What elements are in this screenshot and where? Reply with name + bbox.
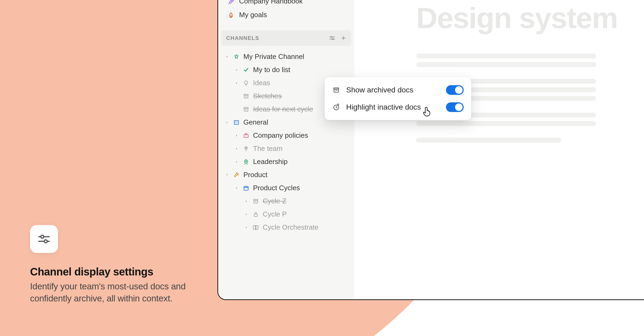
skeleton-line xyxy=(416,121,596,126)
tree-item-label: Company policies xyxy=(253,131,308,140)
tree-item-label: Cycle P xyxy=(263,210,287,218)
add-channel-button[interactable] xyxy=(339,34,347,42)
sidebar-item-label: Company Handbook xyxy=(239,0,303,5)
briefcase-icon xyxy=(242,132,250,139)
popup-label: Highlight inactive docs xyxy=(346,103,440,111)
office-icon xyxy=(233,119,240,126)
chevron-down-icon[interactable] xyxy=(234,186,239,191)
chevron-right-icon[interactable] xyxy=(234,146,239,151)
sidebar: Company Handbook My goals CHANNELS My Pr… xyxy=(218,0,354,299)
tree-item[interactable]: Cycle Z xyxy=(222,195,350,208)
tree-item-label: Cycle Z xyxy=(263,197,286,205)
tree-item-label: My Private Channel xyxy=(243,53,304,61)
popup-row-highlight-inactive[interactable]: Highlight inactive docs xyxy=(331,99,465,116)
tree-item[interactable]: Cycle P xyxy=(222,208,350,221)
caret-spacer xyxy=(234,94,239,99)
chevron-right-icon[interactable] xyxy=(234,68,239,72)
promo-block: Channel display settings Identify your t… xyxy=(30,225,196,304)
archive-icon xyxy=(242,92,250,100)
chevron-right-icon[interactable] xyxy=(244,212,249,217)
microphone-icon xyxy=(227,0,235,5)
sidebar-item-my-goals[interactable]: My goals xyxy=(224,8,349,22)
channel-display-settings-popup: Show archived docs Highlight inactive do… xyxy=(325,77,471,120)
popup-row-show-archived[interactable]: Show archived docs xyxy=(331,81,465,99)
wrench-icon xyxy=(233,171,240,179)
skeleton-line xyxy=(416,62,596,67)
chevron-right-icon[interactable] xyxy=(234,159,239,164)
tree-item-label: Ideas for next cycle xyxy=(253,105,313,113)
calendar-icon xyxy=(242,184,250,192)
tree-item[interactable]: My to do list xyxy=(222,63,350,76)
pin-icon xyxy=(242,145,250,152)
lock-icon xyxy=(252,211,259,218)
page-title: Design system xyxy=(416,1,644,35)
pinned-docs: Company Handbook My goals xyxy=(218,0,354,24)
popup-label: Show archived docs xyxy=(346,86,440,94)
document-content: Design system xyxy=(354,0,644,299)
promo-description: Identify your team's most-used docs and … xyxy=(30,281,196,304)
tree-item[interactable]: My Private Channel xyxy=(222,50,350,63)
chevron-right-icon[interactable] xyxy=(225,120,229,125)
tree-item-label: Sketches xyxy=(253,92,282,100)
clock-sleep-icon xyxy=(332,103,340,111)
tree-item[interactable]: Leadership xyxy=(222,155,350,168)
tree-item[interactable]: Cycle Orchestrate xyxy=(222,221,350,234)
tree-item-label: Cycle Orchestrate xyxy=(263,223,319,232)
archive-icon xyxy=(252,197,259,205)
chevron-right-icon[interactable] xyxy=(244,225,249,230)
promo-title: Channel display settings xyxy=(30,266,196,278)
star-icon xyxy=(233,53,240,61)
skeleton-line xyxy=(416,54,596,58)
caret-spacer xyxy=(234,107,239,112)
tree-item-label: The team xyxy=(253,144,283,153)
channel-tree: My Private ChannelMy to do listIdeasSket… xyxy=(218,47,354,237)
chevron-right-icon[interactable] xyxy=(234,133,239,138)
toggle-highlight-inactive[interactable] xyxy=(446,102,464,112)
rocket-icon xyxy=(242,158,250,166)
archive-icon xyxy=(242,106,250,113)
app-window: Company Handbook My goals CHANNELS My Pr… xyxy=(217,0,644,300)
tree-item-label: Ideas xyxy=(253,79,270,87)
tree-item-label: My to do list xyxy=(253,66,290,74)
sidebar-item-company-handbook[interactable]: Company Handbook xyxy=(224,0,349,8)
tree-item-label: Product xyxy=(243,171,268,179)
tree-item-label: Leadership xyxy=(253,158,288,166)
chevron-right-icon[interactable] xyxy=(244,199,249,204)
chevron-right-icon[interactable] xyxy=(234,81,239,85)
sliders-icon xyxy=(30,225,58,253)
toggle-show-archived[interactable] xyxy=(446,85,464,95)
tree-item-label: General xyxy=(243,118,268,126)
tree-item-label: Product Cycles xyxy=(253,184,300,192)
flame-icon xyxy=(227,11,235,19)
sidebar-item-label: My goals xyxy=(239,11,267,19)
channels-label: CHANNELS xyxy=(226,35,259,41)
bulb-icon xyxy=(242,79,250,87)
book-icon xyxy=(252,224,259,231)
archive-icon xyxy=(332,86,340,94)
channel-settings-button[interactable] xyxy=(328,34,336,42)
chevron-down-icon[interactable] xyxy=(225,173,229,177)
tree-item[interactable]: The team xyxy=(222,142,350,155)
skeleton-line xyxy=(416,138,561,143)
chevron-down-icon[interactable] xyxy=(225,54,229,59)
tree-item[interactable]: Company policies xyxy=(222,129,350,142)
tree-item[interactable]: Product xyxy=(222,168,350,181)
check-icon xyxy=(242,66,250,74)
tree-item[interactable]: Product Cycles xyxy=(222,181,350,195)
channels-header: CHANNELS xyxy=(221,30,351,46)
